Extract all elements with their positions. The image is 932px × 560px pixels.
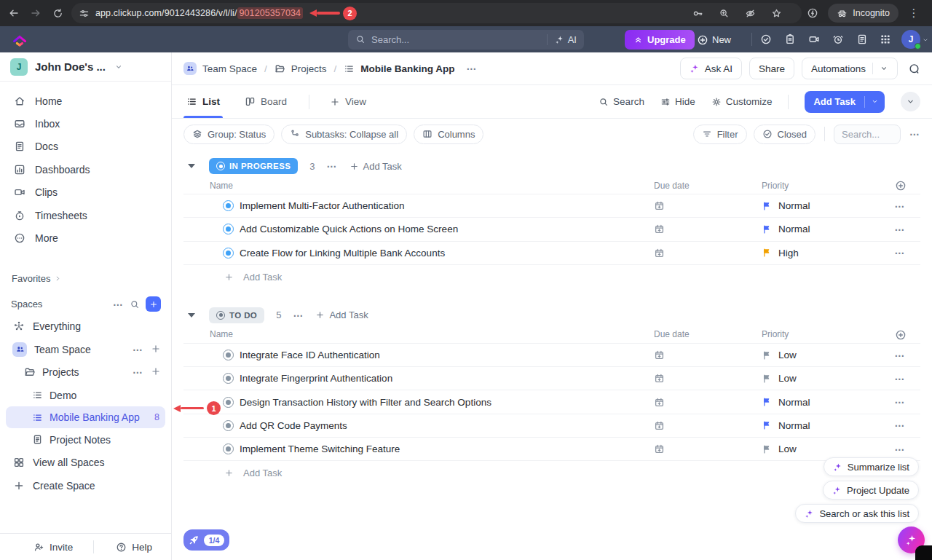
task-row[interactable]: Implement Multi-Factor Authentication No… — [183, 194, 920, 218]
add-column-button[interactable] — [880, 180, 920, 191]
closed-pill[interactable]: Closed — [754, 125, 816, 144]
due-date-cell[interactable] — [654, 373, 762, 384]
task-more-icon[interactable]: ⋯ — [880, 224, 920, 235]
task-status-icon[interactable] — [223, 224, 234, 234]
due-date-cell[interactable] — [654, 443, 762, 454]
group-add-task-button[interactable]: Add Task — [315, 309, 368, 320]
group-add-task-button[interactable]: Add Task — [350, 161, 402, 172]
due-date-cell[interactable] — [654, 200, 762, 211]
add-column-button[interactable] — [880, 329, 920, 340]
task-status-icon[interactable] — [223, 373, 234, 384]
priority-cell[interactable]: Normal — [762, 420, 880, 431]
column-due-date[interactable]: Due date — [654, 329, 762, 339]
sidebar-item-home[interactable]: Home — [0, 90, 171, 112]
task-name[interactable]: Add QR Code Payments — [240, 420, 347, 431]
task-more-icon[interactable]: ⋯ — [880, 396, 920, 408]
filter-pill[interactable]: Filter — [693, 125, 747, 144]
workspace-switcher[interactable]: J John Doe's ... — [0, 52, 171, 82]
add-view-button[interactable]: View — [327, 85, 369, 118]
subtasks-pill[interactable]: Subtasks: Collapse all — [281, 125, 407, 144]
task-row[interactable]: Create Flow for Linking Multiple Bank Ac… — [183, 242, 920, 265]
onboarding-progress-pill[interactable]: 1/4 — [183, 529, 229, 551]
password-key-icon[interactable] — [687, 2, 708, 24]
sidebar-item-timesheets[interactable]: Timesheets — [0, 204, 171, 226]
comments-icon[interactable] — [908, 63, 920, 75]
favorites-section-header[interactable]: Favorites — [0, 271, 171, 287]
task-name[interactable]: Add Customizable Quick Actions on Home S… — [240, 224, 458, 234]
sidebar-item-mobile-banking-app[interactable]: Mobile Banking App 8 — [6, 406, 165, 428]
breadcrumb-space[interactable]: Team Space — [202, 63, 257, 74]
tab-board[interactable]: Board — [242, 85, 290, 118]
spaces-search-icon[interactable] — [130, 299, 140, 309]
task-name[interactable]: Integrate Face ID Authentication — [240, 350, 380, 360]
browser-back-button[interactable] — [3, 2, 25, 24]
breadcrumb-more-icon[interactable]: ⋯ — [467, 63, 478, 74]
invite-button[interactable]: Invite — [33, 542, 73, 553]
todo-check-icon[interactable] — [760, 33, 772, 45]
task-more-icon[interactable]: ⋯ — [880, 350, 920, 361]
task-name[interactable]: Create Flow for Linking Multiple Bank Ac… — [240, 248, 445, 259]
upgrade-button[interactable]: Upgrade — [625, 30, 695, 50]
priority-cell[interactable]: Low — [762, 443, 880, 454]
tab-list[interactable]: List — [183, 85, 223, 118]
due-date-cell[interactable] — [654, 420, 762, 431]
task-more-icon[interactable]: ⋯ — [880, 373, 920, 384]
column-priority[interactable]: Priority — [762, 329, 880, 339]
add-space-button[interactable] — [146, 296, 161, 312]
task-more-icon[interactable]: ⋯ — [880, 200, 920, 212]
sidebar-item-everything[interactable]: Everything — [0, 315, 171, 338]
column-name[interactable]: Name — [183, 329, 654, 339]
team-space-more-icon[interactable]: ⋯ — [133, 344, 143, 355]
toolbar-more-icon[interactable]: ⋯ — [909, 128, 920, 140]
task-more-icon[interactable]: ⋯ — [880, 419, 920, 431]
zoom-page-icon[interactable] — [713, 2, 735, 24]
add-task-row[interactable]: Add Task — [183, 265, 920, 289]
spaces-more-icon[interactable]: ⋯ — [113, 299, 124, 310]
site-settings-icon[interactable] — [79, 8, 90, 19]
sidebar-item-more[interactable]: More — [0, 226, 171, 249]
due-date-cell[interactable] — [654, 350, 762, 360]
priority-cell[interactable]: Normal — [762, 397, 880, 408]
task-row[interactable]: Integrate Fingerprint Authentication Low… — [183, 367, 920, 390]
due-date-cell[interactable] — [654, 248, 762, 259]
user-avatar[interactable]: J — [901, 30, 920, 49]
reminder-clock-icon[interactable] — [832, 33, 844, 45]
project-update-button[interactable]: Project Update — [823, 481, 919, 500]
extension-icon[interactable] — [802, 2, 824, 24]
due-date-cell[interactable] — [654, 397, 762, 408]
task-row[interactable]: Add QR Code Payments Normal ⋯ — [183, 414, 920, 438]
sidebar-item-clips[interactable]: Clips — [0, 181, 171, 204]
projects-more-icon[interactable]: ⋯ — [133, 366, 143, 378]
sidebar-item-projects-folder[interactable]: Projects ⋯ — [0, 361, 171, 384]
task-row[interactable]: Integrate Face ID Authentication Low ⋯ — [183, 344, 920, 367]
new-button[interactable]: New — [697, 34, 731, 45]
sidebar-item-team-space[interactable]: Team Space ⋯ — [0, 338, 171, 360]
sidebar-item-create-space[interactable]: Create Space — [0, 474, 171, 497]
summarize-list-button[interactable]: Summarize list — [824, 457, 919, 476]
avatar-chevron-icon[interactable] — [922, 36, 929, 44]
sidebar-item-view-all-spaces[interactable]: View all Spaces — [0, 451, 171, 474]
task-name[interactable]: Integrate Fingerprint Authentication — [240, 373, 392, 384]
task-status-icon[interactable] — [223, 350, 234, 360]
apps-grid-icon[interactable] — [880, 33, 891, 45]
browser-reload-button[interactable] — [47, 2, 68, 24]
share-button[interactable]: Share — [749, 58, 794, 79]
task-row[interactable]: Implement Theme Switching Feature Low ⋯ — [183, 438, 920, 461]
notepad-icon[interactable] — [784, 33, 796, 45]
columns-pill[interactable]: Columns — [414, 125, 483, 144]
status-badge-in-progress[interactable]: IN PROGRESS — [209, 158, 298, 174]
priority-cell[interactable]: Normal — [762, 224, 880, 234]
bookmark-star-icon[interactable] — [765, 2, 787, 24]
task-status-icon[interactable] — [223, 248, 234, 259]
task-more-icon[interactable]: ⋯ — [880, 247, 920, 259]
team-space-add-icon[interactable] — [151, 344, 161, 354]
priority-cell[interactable]: Normal — [762, 200, 880, 211]
task-status-icon[interactable] — [223, 420, 234, 431]
preview-eye-off-icon[interactable] — [739, 2, 761, 24]
collapse-group-icon[interactable] — [188, 313, 195, 318]
view-search-button[interactable]: Search — [599, 96, 644, 107]
status-badge-to-do[interactable]: TO DO — [209, 307, 264, 323]
sidebar-item-project-notes[interactable]: Project Notes — [0, 428, 171, 451]
search-or-ask-button[interactable]: Search or ask this list — [795, 504, 919, 523]
clickup-logo[interactable] — [12, 31, 28, 47]
